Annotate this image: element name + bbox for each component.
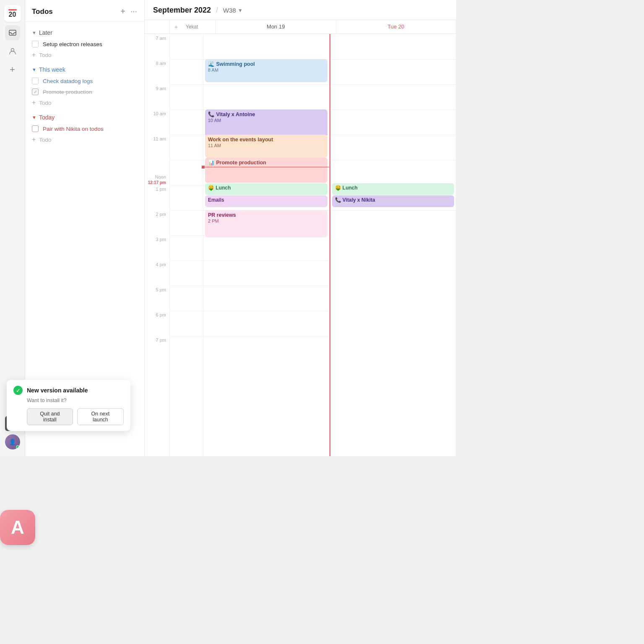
todo-promote-production: Promote production	[25, 86, 144, 97]
cal-divider: /	[216, 6, 218, 15]
todo-setup-electron: Setup electron releases	[25, 39, 144, 49]
add-todo-later[interactable]: + Todo	[25, 49, 144, 60]
hr8	[170, 235, 203, 236]
hr7	[170, 210, 203, 210]
notif-subtitle: Want to install it?	[27, 397, 124, 403]
time-slot-1pm: 1 pm	[145, 185, 169, 210]
time-slot-11am: 11 am	[145, 135, 169, 160]
event-events-layout[interactable]: Work on the events layout 11 AM	[205, 135, 327, 158]
time-slot-10am: 10 am	[145, 109, 169, 135]
week-selector[interactable]: W38 ▼	[223, 7, 243, 14]
day-header-mon[interactable]: Mon 19	[216, 20, 336, 34]
person-name: Yekat	[186, 24, 198, 30]
add-todo-thisweek[interactable]: + Todo	[25, 97, 144, 108]
hr6	[170, 185, 203, 185]
calendar-header: September 2022 / W38 ▼	[145, 0, 456, 20]
event-pr-reviews[interactable]: PR reviews 2 PM	[205, 210, 327, 237]
time-label-10am: 10 am	[153, 111, 166, 116]
mon-hr10	[203, 286, 329, 286]
hr12	[170, 336, 203, 336]
add-plus-icon-2: +	[32, 99, 36, 106]
event-title-lunch-tue: 🤑 Lunch	[335, 185, 452, 192]
hr10	[170, 286, 203, 286]
tue-hr3	[330, 109, 456, 110]
time-label-5pm: 5 pm	[156, 287, 166, 292]
time-label-4pm: 4 pm	[156, 262, 166, 267]
event-emails[interactable]: Emails	[205, 195, 327, 207]
todo-checkbox-pair[interactable]	[32, 125, 39, 132]
todo-text-datadog: Check datadog logs	[43, 78, 93, 84]
todos-options-button[interactable]: ⋯	[130, 8, 138, 16]
online-indicator	[16, 445, 20, 449]
time-label-noon: Noon	[155, 174, 166, 179]
time-slot-4pm: 4 pm	[145, 260, 169, 286]
notif-header: ✓ New version available	[13, 386, 124, 395]
add-todo-label-3: Todo	[39, 137, 51, 143]
event-vitaly-antoine[interactable]: 📞 Vitaly x Antoine 10 AM	[205, 109, 327, 137]
later-title: Later	[39, 29, 52, 36]
calendar-panel: September 2022 / W38 ▼ + Yekat Mon 19 Tu…	[145, 0, 456, 456]
date-bar	[8, 9, 17, 10]
week-label: W38	[223, 7, 236, 14]
event-vitaly-nikita[interactable]: 📞 Vitaly x Nikita	[332, 195, 454, 207]
time-slot-6pm: 6 pm	[145, 311, 169, 336]
todos-add-button[interactable]: +	[120, 7, 125, 16]
section-today-header[interactable]: ▼ Today	[25, 112, 144, 123]
day-header-tue[interactable]: Tue 20	[336, 20, 457, 34]
todos-actions: + ⋯	[120, 7, 138, 16]
calendar-scroll[interactable]: 7 am 8 am 9 am 10 am 11 am	[145, 34, 456, 456]
time-spacer	[145, 20, 170, 34]
time-label-2pm: 2 pm	[156, 212, 166, 217]
todo-text-promote: Promote production	[43, 89, 92, 95]
todo-checkbox-promote[interactable]	[32, 88, 39, 95]
time-label-8am: 8 am	[156, 61, 166, 66]
event-swimming-pool[interactable]: 🌊 Swimming pool 8 AM	[205, 59, 327, 82]
time-slot-9am: 9 am	[145, 84, 169, 109]
tue-hr4	[330, 135, 456, 135]
sidebar-add-button[interactable]: +	[5, 62, 20, 77]
time-slot-8am: 8 am	[145, 59, 169, 84]
todo-check-datadog: Check datadog logs	[25, 75, 144, 86]
notif-buttons: Quit and install On next launch	[27, 408, 124, 425]
event-time-swimming: 8 AM	[208, 68, 325, 73]
section-later-header[interactable]: ▼ Later	[25, 27, 144, 39]
today-arrow-icon: ▼	[32, 115, 36, 120]
event-title-pr-reviews: PR reviews	[208, 212, 325, 218]
date-badge[interactable]: 20	[4, 5, 21, 22]
sidebar-icon-contacts[interactable]	[5, 44, 20, 59]
mon-hr11	[203, 311, 329, 311]
add-todo-today[interactable]: + Todo	[25, 134, 144, 145]
time-slot-2pm: 2 pm	[145, 210, 169, 235]
tue-hr5	[330, 160, 456, 160]
tue-hr1	[330, 59, 456, 60]
time-slot-5pm: 5 pm	[145, 286, 169, 311]
update-notification: ✓ New version available Want to install …	[7, 380, 130, 431]
current-time-label: 12:17 pm	[148, 180, 166, 185]
event-promote-production[interactable]: 📊 Promote production	[205, 158, 327, 183]
event-title-events-layout: Work on the events layout	[208, 136, 325, 143]
quit-install-button[interactable]: Quit and install	[27, 408, 73, 425]
mon-hr9	[203, 260, 329, 261]
todo-checkbox-datadog[interactable]	[32, 78, 39, 84]
sidebar-icon-inbox[interactable]	[5, 25, 20, 40]
hr9	[170, 260, 203, 261]
date-number: 20	[9, 11, 16, 18]
mon-hr2	[203, 84, 329, 85]
next-launch-button[interactable]: On next launch	[77, 408, 124, 425]
user-avatar[interactable]: 👤	[5, 434, 20, 449]
tuesday-column: 🤑 Lunch 📞 Vitaly x Nikita	[330, 34, 457, 456]
event-lunch-tue[interactable]: 🤑 Lunch	[332, 183, 454, 195]
add-calendar-col[interactable]: +	[170, 20, 182, 34]
current-time-indicator	[203, 167, 329, 167]
add-plus-icon-3: +	[32, 136, 36, 143]
time-slot-7pm: 7 pm	[145, 336, 169, 361]
add-icon: +	[10, 64, 15, 75]
days-grid: 🌊 Swimming pool 8 AM 📞 Vitaly x Antoine …	[170, 34, 456, 456]
event-title-lunch-mon: 🤑 Lunch	[208, 185, 325, 192]
notif-check-icon: ✓	[13, 386, 23, 395]
section-thisweek-header[interactable]: ▼ This week	[25, 64, 144, 75]
event-time-pr-reviews: 2 PM	[208, 218, 325, 223]
person-column-header: Yekat	[182, 20, 216, 34]
event-lunch-mon[interactable]: 🤑 Lunch	[205, 183, 327, 195]
todo-checkbox-setup[interactable]	[32, 41, 39, 47]
